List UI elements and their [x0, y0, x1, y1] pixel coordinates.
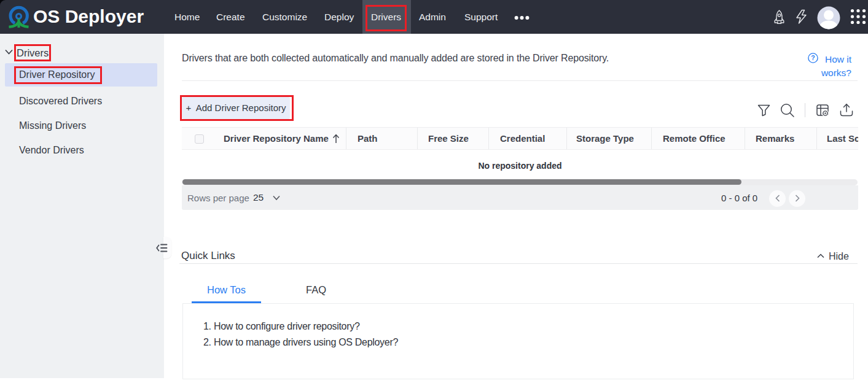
svg-text:?: ? — [811, 54, 815, 61]
